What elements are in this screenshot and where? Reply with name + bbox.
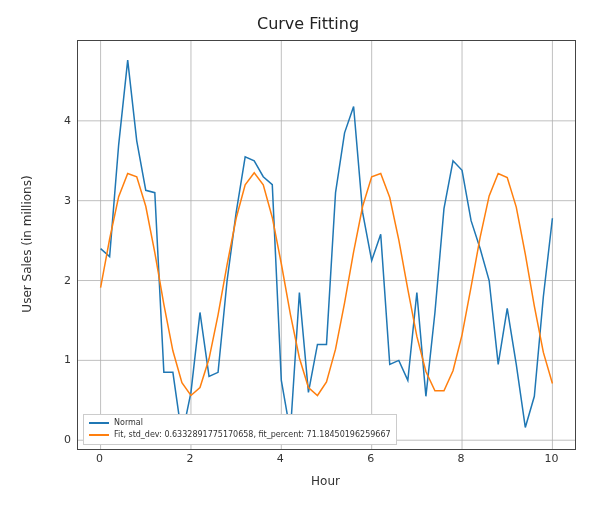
x-tick-label: 4 bbox=[265, 452, 295, 465]
x-tick-label: 0 bbox=[85, 452, 115, 465]
grid bbox=[78, 41, 575, 449]
legend-entry-normal: Normal bbox=[89, 417, 391, 429]
y-tick-label: 1 bbox=[11, 353, 71, 366]
legend-label: Fit, std_dev: 0.6332891775170658, fit_pe… bbox=[114, 429, 391, 441]
series-fit bbox=[101, 173, 553, 396]
chart-title: Curve Fitting bbox=[0, 14, 616, 33]
legend-entry-fit: Fit, std_dev: 0.6332891775170658, fit_pe… bbox=[89, 429, 391, 441]
plot-svg bbox=[78, 41, 575, 449]
y-tick-label: 3 bbox=[11, 193, 71, 206]
x-tick-label: 10 bbox=[536, 452, 566, 465]
x-tick-label: 8 bbox=[446, 452, 476, 465]
y-axis-label: User Sales (in millions) bbox=[20, 40, 34, 448]
legend: Normal Fit, std_dev: 0.6332891775170658,… bbox=[83, 414, 397, 445]
y-tick-label: 2 bbox=[11, 273, 71, 286]
x-tick-label: 6 bbox=[356, 452, 386, 465]
figure: Curve Fitting User Sales (in millions) 0… bbox=[0, 0, 616, 511]
legend-label: Normal bbox=[114, 417, 143, 429]
x-axis-label: Hour bbox=[77, 474, 574, 488]
legend-swatch-normal bbox=[89, 422, 109, 424]
y-tick-label: 0 bbox=[11, 433, 71, 446]
plot-area bbox=[77, 40, 576, 450]
x-tick-label: 2 bbox=[175, 452, 205, 465]
y-tick-label: 4 bbox=[11, 113, 71, 126]
legend-swatch-fit bbox=[89, 434, 109, 436]
